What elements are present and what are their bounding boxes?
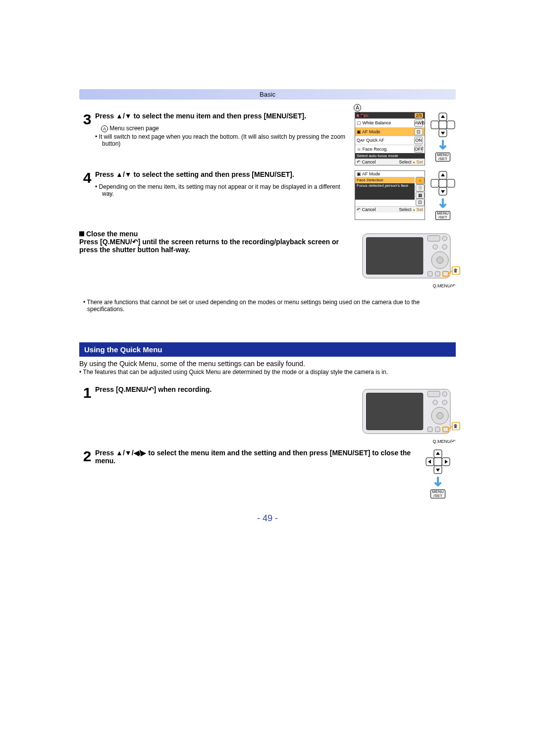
- svg-point-14: [433, 245, 438, 250]
- note-text: There are functions that cannot be set o…: [87, 299, 420, 313]
- qm-step-1: 1 Press [Q.MENU/↶] when recording.: [79, 385, 456, 444]
- down-triangle-icon: ▼: [125, 449, 132, 457]
- square-bullet-icon: [79, 231, 84, 236]
- qmenu-label: Q.MENU/↶: [362, 439, 456, 444]
- text: ] when recording.: [154, 385, 212, 393]
- caption: Menu screen page: [109, 125, 159, 132]
- control-diagram: MENU/SET: [430, 112, 456, 165]
- svg-point-17: [436, 257, 443, 264]
- svg-rect-42: [434, 458, 442, 466]
- step-number: 4: [79, 170, 95, 220]
- text: Press [Q.MENU/: [79, 238, 132, 246]
- bullet: • Depending on the menu item, its settin…: [95, 183, 350, 197]
- qm-step-2: 2 Press ▲/▼/◀/▶ to select the menu item …: [79, 449, 456, 498]
- page-number: - 49 -: [79, 513, 456, 524]
- svg-point-28: [433, 400, 438, 405]
- right-triangle-icon: ▶: [141, 449, 146, 457]
- svg-point-13: [442, 236, 447, 241]
- section-heading: Using the Quick Menu: [79, 342, 456, 357]
- section-header: Basic: [79, 89, 456, 100]
- menu-screen-diagram: A ■ Rec2/5 ▢ White BalanceAWB ▣ AF Mode⊡…: [355, 112, 425, 165]
- svg-point-29: [442, 400, 447, 405]
- svg-rect-32: [428, 427, 432, 432]
- step-3: 3 Press ▲/▼ to select the menu item and …: [79, 112, 456, 165]
- down-triangle-icon: ▼: [125, 112, 132, 120]
- arrow-down-icon: [439, 140, 447, 151]
- arrow-down-icon: [439, 198, 447, 209]
- text: Press: [95, 449, 116, 457]
- svg-rect-4: [439, 121, 447, 129]
- step-4: 4 Press ▲/▼ to select the setting and th…: [79, 170, 456, 220]
- svg-rect-33: [435, 427, 440, 432]
- svg-rect-12: [428, 236, 440, 241]
- text: to select the setting and then press [ME…: [132, 170, 294, 178]
- text: Press [Q.MENU/: [95, 385, 148, 393]
- return-icon: ↶: [132, 238, 138, 246]
- svg-rect-19: [435, 271, 440, 276]
- page: Basic 3 Press ▲/▼ to select the menu ite…: [79, 89, 456, 524]
- step-number: 1: [79, 385, 95, 444]
- menu-set-button-icon: MENU/SET: [430, 489, 445, 498]
- svg-point-15: [442, 245, 447, 250]
- control-diagram: MENU/SET: [430, 170, 456, 220]
- svg-rect-26: [428, 391, 440, 397]
- up-triangle-icon: ▲: [116, 449, 123, 457]
- label-a-icon: A: [101, 125, 108, 132]
- down-triangle-icon: ▼: [125, 170, 132, 178]
- text: to select the menu item and then press […: [132, 112, 306, 120]
- dpad-icon: [430, 112, 456, 138]
- intro-sub-text: • The features that can be adjusted usin…: [79, 369, 456, 376]
- svg-rect-3: [447, 121, 455, 129]
- svg-rect-2: [431, 121, 439, 129]
- svg-rect-25: [367, 393, 423, 430]
- camera-back-diagram: 🗑 Q.MENU/↶: [362, 385, 456, 444]
- arrow-down-icon: [434, 477, 442, 487]
- pointer-arrow-icon: [355, 111, 364, 118]
- note-box: • There are functions that cannot be set…: [79, 296, 456, 332]
- intro-text: By using the Quick Menu, some of the men…: [79, 360, 456, 368]
- svg-point-31: [436, 413, 443, 419]
- step-number: 3: [79, 112, 95, 165]
- close-title: Close the menu: [86, 230, 138, 238]
- svg-rect-11: [367, 238, 423, 274]
- qmenu-label: Q.MENU/↶: [362, 283, 456, 288]
- menu-set-button-icon: MENU/SET: [435, 153, 450, 162]
- close-menu-block: Close the menu Press [Q.MENU/↶] until th…: [79, 230, 456, 288]
- control-diagram: MENU/SET: [425, 449, 451, 498]
- svg-text:🗑: 🗑: [453, 268, 458, 273]
- dpad-icon: [430, 170, 456, 196]
- svg-rect-8: [447, 179, 455, 187]
- text: Press: [95, 170, 116, 178]
- hint: Select auto focus mode: [355, 153, 425, 159]
- up-triangle-icon: ▲: [116, 112, 123, 120]
- svg-text:🗑: 🗑: [453, 423, 458, 429]
- left-triangle-icon: ◀: [134, 449, 139, 457]
- svg-rect-9: [439, 179, 447, 187]
- bullet: • It will switch to next page when you r…: [95, 133, 350, 147]
- camera-back-diagram: 🗑 Q.MENU/↶: [362, 230, 456, 288]
- menu-set-button-icon: MENU/SET: [435, 211, 450, 220]
- svg-point-27: [442, 392, 447, 397]
- up-triangle-icon: ▲: [116, 170, 123, 178]
- text: Press: [95, 112, 116, 120]
- step-number: 2: [79, 449, 95, 498]
- menu-screen-diagram: ▣ AF Mode Face Detection Focus detected …: [355, 170, 425, 220]
- label-a-icon: A: [354, 104, 361, 111]
- return-icon: ↶: [148, 385, 154, 393]
- dpad-icon: [425, 449, 451, 475]
- svg-rect-18: [428, 271, 432, 276]
- svg-rect-7: [431, 179, 439, 187]
